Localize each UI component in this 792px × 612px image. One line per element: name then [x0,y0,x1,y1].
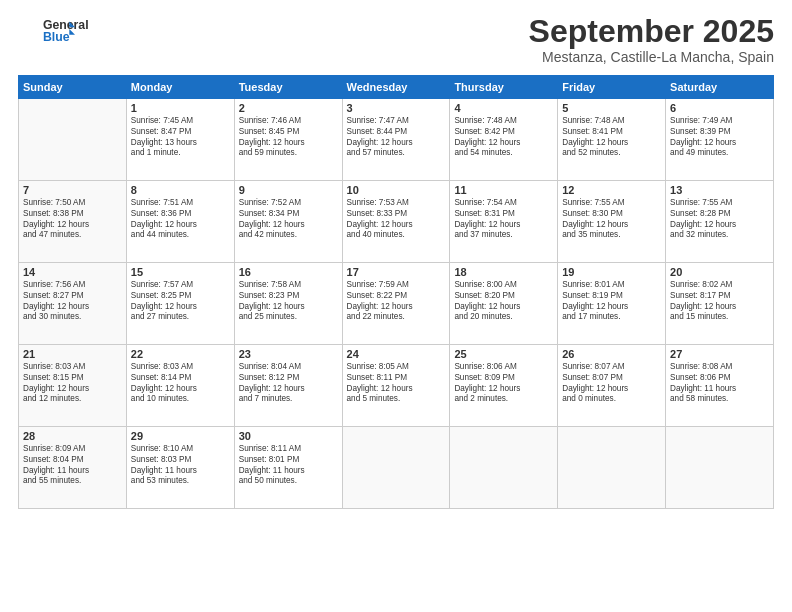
day-number: 5 [562,102,661,114]
calendar-cell: 8Sunrise: 7:51 AM Sunset: 8:36 PM Daylig… [126,181,234,263]
calendar-cell: 21Sunrise: 8:03 AM Sunset: 8:15 PM Dayli… [19,345,127,427]
calendar-cell: 24Sunrise: 8:05 AM Sunset: 8:11 PM Dayli… [342,345,450,427]
calendar-cell [19,99,127,181]
cell-info: Sunrise: 8:10 AM Sunset: 8:03 PM Dayligh… [131,444,230,487]
calendar-cell: 11Sunrise: 7:54 AM Sunset: 8:31 PM Dayli… [450,181,558,263]
day-number: 27 [670,348,769,360]
day-number: 26 [562,348,661,360]
day-number: 14 [23,266,122,278]
cell-info: Sunrise: 8:02 AM Sunset: 8:17 PM Dayligh… [670,280,769,323]
day-number: 19 [562,266,661,278]
day-number: 28 [23,430,122,442]
weekday-header-cell: Thursday [450,76,558,99]
cell-info: Sunrise: 7:55 AM Sunset: 8:28 PM Dayligh… [670,198,769,241]
calendar-cell: 28Sunrise: 8:09 AM Sunset: 8:04 PM Dayli… [19,427,127,509]
weekday-header-cell: Friday [558,76,666,99]
cell-info: Sunrise: 8:08 AM Sunset: 8:06 PM Dayligh… [670,362,769,405]
cell-info: Sunrise: 8:06 AM Sunset: 8:09 PM Dayligh… [454,362,553,405]
day-number: 24 [347,348,446,360]
cell-info: Sunrise: 7:45 AM Sunset: 8:47 PM Dayligh… [131,116,230,159]
day-number: 25 [454,348,553,360]
month-title: September 2025 [529,14,774,49]
day-number: 6 [670,102,769,114]
cell-info: Sunrise: 7:59 AM Sunset: 8:22 PM Dayligh… [347,280,446,323]
calendar-week-row: 21Sunrise: 8:03 AM Sunset: 8:15 PM Dayli… [19,345,774,427]
calendar-cell: 6Sunrise: 7:49 AM Sunset: 8:39 PM Daylig… [666,99,774,181]
calendar-cell: 23Sunrise: 8:04 AM Sunset: 8:12 PM Dayli… [234,345,342,427]
calendar-table: SundayMondayTuesdayWednesdayThursdayFrid… [18,75,774,509]
cell-info: Sunrise: 7:56 AM Sunset: 8:27 PM Dayligh… [23,280,122,323]
cell-info: Sunrise: 7:48 AM Sunset: 8:42 PM Dayligh… [454,116,553,159]
weekday-header-cell: Wednesday [342,76,450,99]
day-number: 10 [347,184,446,196]
cell-info: Sunrise: 8:04 AM Sunset: 8:12 PM Dayligh… [239,362,338,405]
calendar-cell: 17Sunrise: 7:59 AM Sunset: 8:22 PM Dayli… [342,263,450,345]
calendar-cell: 30Sunrise: 8:11 AM Sunset: 8:01 PM Dayli… [234,427,342,509]
cell-info: Sunrise: 8:00 AM Sunset: 8:20 PM Dayligh… [454,280,553,323]
calendar-cell: 2Sunrise: 7:46 AM Sunset: 8:45 PM Daylig… [234,99,342,181]
cell-info: Sunrise: 7:58 AM Sunset: 8:23 PM Dayligh… [239,280,338,323]
day-number: 12 [562,184,661,196]
cell-info: Sunrise: 7:48 AM Sunset: 8:41 PM Dayligh… [562,116,661,159]
weekday-header-cell: Tuesday [234,76,342,99]
day-number: 20 [670,266,769,278]
weekday-header-cell: Monday [126,76,234,99]
day-number: 15 [131,266,230,278]
day-number: 17 [347,266,446,278]
day-number: 1 [131,102,230,114]
day-number: 18 [454,266,553,278]
calendar-cell: 7Sunrise: 7:50 AM Sunset: 8:38 PM Daylig… [19,181,127,263]
calendar-week-row: 14Sunrise: 7:56 AM Sunset: 8:27 PM Dayli… [19,263,774,345]
day-number: 2 [239,102,338,114]
calendar-cell: 20Sunrise: 8:02 AM Sunset: 8:17 PM Dayli… [666,263,774,345]
calendar-cell: 4Sunrise: 7:48 AM Sunset: 8:42 PM Daylig… [450,99,558,181]
page: General Blue September 2025 Mestanza, Ca… [0,0,792,612]
cell-info: Sunrise: 8:07 AM Sunset: 8:07 PM Dayligh… [562,362,661,405]
cell-info: Sunrise: 7:52 AM Sunset: 8:34 PM Dayligh… [239,198,338,241]
calendar-cell [666,427,774,509]
calendar-cell: 12Sunrise: 7:55 AM Sunset: 8:30 PM Dayli… [558,181,666,263]
location: Mestanza, Castille-La Mancha, Spain [529,49,774,65]
calendar-cell: 26Sunrise: 8:07 AM Sunset: 8:07 PM Dayli… [558,345,666,427]
calendar-cell: 18Sunrise: 8:00 AM Sunset: 8:20 PM Dayli… [450,263,558,345]
svg-text:Blue: Blue [43,30,70,44]
weekday-header-cell: Saturday [666,76,774,99]
day-number: 21 [23,348,122,360]
calendar-cell: 3Sunrise: 7:47 AM Sunset: 8:44 PM Daylig… [342,99,450,181]
calendar-week-row: 7Sunrise: 7:50 AM Sunset: 8:38 PM Daylig… [19,181,774,263]
calendar-cell: 29Sunrise: 8:10 AM Sunset: 8:03 PM Dayli… [126,427,234,509]
calendar-body: 1Sunrise: 7:45 AM Sunset: 8:47 PM Daylig… [19,99,774,509]
calendar-cell [450,427,558,509]
calendar-cell: 16Sunrise: 7:58 AM Sunset: 8:23 PM Dayli… [234,263,342,345]
calendar-cell: 22Sunrise: 8:03 AM Sunset: 8:14 PM Dayli… [126,345,234,427]
cell-info: Sunrise: 7:55 AM Sunset: 8:30 PM Dayligh… [562,198,661,241]
calendar-cell: 1Sunrise: 7:45 AM Sunset: 8:47 PM Daylig… [126,99,234,181]
logo-icon: General Blue [18,14,98,48]
calendar-cell: 25Sunrise: 8:06 AM Sunset: 8:09 PM Dayli… [450,345,558,427]
weekday-header-row: SundayMondayTuesdayWednesdayThursdayFrid… [19,76,774,99]
cell-info: Sunrise: 7:49 AM Sunset: 8:39 PM Dayligh… [670,116,769,159]
header: General Blue September 2025 Mestanza, Ca… [18,14,774,65]
calendar-cell [558,427,666,509]
cell-info: Sunrise: 7:47 AM Sunset: 8:44 PM Dayligh… [347,116,446,159]
calendar-cell: 5Sunrise: 7:48 AM Sunset: 8:41 PM Daylig… [558,99,666,181]
day-number: 30 [239,430,338,442]
cell-info: Sunrise: 7:46 AM Sunset: 8:45 PM Dayligh… [239,116,338,159]
cell-info: Sunrise: 7:57 AM Sunset: 8:25 PM Dayligh… [131,280,230,323]
day-number: 16 [239,266,338,278]
title-block: September 2025 Mestanza, Castille-La Man… [529,14,774,65]
weekday-header-cell: Sunday [19,76,127,99]
cell-info: Sunrise: 8:01 AM Sunset: 8:19 PM Dayligh… [562,280,661,323]
day-number: 7 [23,184,122,196]
day-number: 3 [347,102,446,114]
day-number: 4 [454,102,553,114]
calendar-cell [342,427,450,509]
day-number: 23 [239,348,338,360]
day-number: 9 [239,184,338,196]
calendar-cell: 10Sunrise: 7:53 AM Sunset: 8:33 PM Dayli… [342,181,450,263]
calendar-cell: 27Sunrise: 8:08 AM Sunset: 8:06 PM Dayli… [666,345,774,427]
logo: General Blue [18,14,98,48]
calendar-week-row: 28Sunrise: 8:09 AM Sunset: 8:04 PM Dayli… [19,427,774,509]
cell-info: Sunrise: 8:05 AM Sunset: 8:11 PM Dayligh… [347,362,446,405]
calendar-cell: 15Sunrise: 7:57 AM Sunset: 8:25 PM Dayli… [126,263,234,345]
